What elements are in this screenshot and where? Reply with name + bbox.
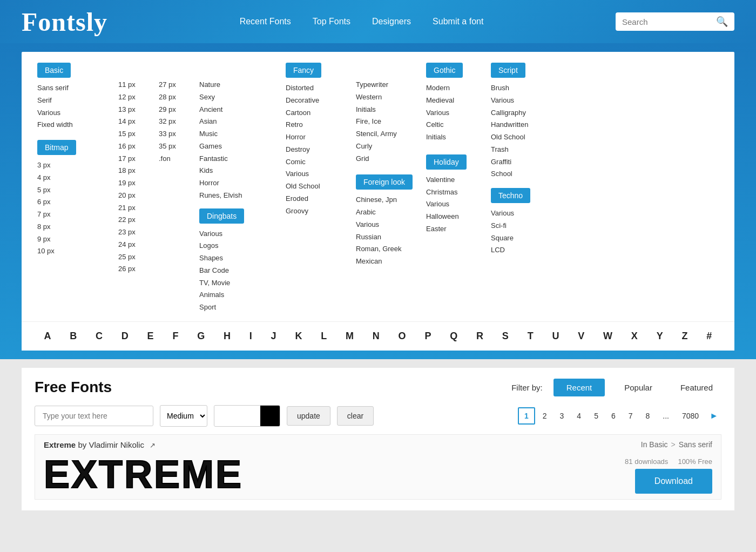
alpha-S[interactable]: S (500, 329, 511, 343)
dingbats-header[interactable]: Dingbats (199, 208, 244, 224)
category-label[interactable]: In Basic (641, 440, 668, 449)
menu-item[interactable]: Celtic (426, 119, 485, 131)
menu-item[interactable]: 11 px (118, 79, 153, 91)
menu-item[interactable]: 7 px (37, 208, 113, 221)
menu-item[interactable]: 3 px (37, 159, 113, 172)
menu-item[interactable]: Stencil, Army (356, 128, 421, 140)
alpha-O[interactable]: O (396, 329, 408, 343)
alpha-J[interactable]: J (269, 329, 279, 343)
menu-item[interactable]: Square (491, 232, 561, 245)
download-button[interactable]: Download (635, 469, 712, 494)
menu-item[interactable]: Eroded (286, 193, 350, 205)
alpha-Z[interactable]: Z (679, 329, 690, 343)
page-2[interactable]: 2 (537, 408, 552, 423)
menu-item[interactable]: 13 px (118, 104, 153, 116)
menu-item[interactable]: 35 px (159, 140, 194, 153)
foreign-header[interactable]: Foreign look (356, 174, 413, 190)
menu-item[interactable]: Brush (491, 82, 561, 95)
color-swatch[interactable] (260, 406, 280, 426)
menu-item[interactable]: Kids (199, 165, 280, 177)
menu-item[interactable]: 26 px (118, 263, 153, 275)
page-6[interactable]: 6 (606, 408, 621, 423)
menu-item[interactable]: Groovy (286, 205, 350, 218)
menu-item[interactable]: TV, Movie (199, 277, 280, 290)
menu-item[interactable]: Easter (426, 223, 485, 235)
search-input[interactable] (622, 17, 712, 26)
filter-popular[interactable]: Popular (616, 379, 661, 396)
menu-item[interactable]: 17 px (118, 153, 153, 165)
alpha-B[interactable]: B (68, 329, 79, 343)
preview-text-input[interactable] (35, 406, 153, 426)
menu-item[interactable]: Bar Code (199, 265, 280, 277)
alpha-hash[interactable]: # (704, 329, 714, 343)
menu-item[interactable]: Western (356, 91, 421, 104)
menu-item[interactable]: Various (491, 207, 561, 220)
color-hex-input[interactable]: #000000 (214, 406, 260, 426)
menu-item[interactable]: Sans serif (37, 82, 113, 95)
techno-header[interactable]: Techno (491, 188, 530, 203)
menu-item[interactable]: Initials (356, 104, 421, 116)
page-1[interactable]: 1 (518, 407, 535, 425)
update-button[interactable]: update (287, 406, 330, 426)
logo[interactable]: Fontsly (22, 7, 107, 37)
alpha-H[interactable]: H (221, 329, 233, 343)
menu-item[interactable]: Various (286, 168, 350, 180)
script-header[interactable]: Script (491, 63, 525, 78)
alpha-G[interactable]: G (195, 329, 207, 343)
menu-item[interactable]: Sci-fi (491, 220, 561, 232)
menu-item[interactable]: Various (426, 198, 485, 211)
alpha-C[interactable]: C (93, 329, 105, 343)
bitmap-header[interactable]: Bitmap (37, 140, 76, 155)
menu-item[interactable]: Fire, Ice (356, 116, 421, 128)
menu-item[interactable]: 24 px (118, 239, 153, 251)
menu-item[interactable]: Various (491, 95, 561, 107)
font-name[interactable]: Extreme (44, 440, 76, 449)
menu-item[interactable]: Trash (491, 144, 561, 156)
menu-item[interactable]: Christmas (426, 186, 485, 199)
alpha-X[interactable]: X (629, 329, 640, 343)
menu-item[interactable]: Comic (286, 156, 350, 169)
menu-item[interactable]: 8 px (37, 221, 113, 233)
menu-item[interactable]: Nature (199, 79, 280, 91)
page-7[interactable]: 7 (623, 408, 638, 423)
menu-item[interactable]: 32 px (159, 116, 194, 128)
basic-header[interactable]: Basic (37, 63, 71, 78)
filter-recent[interactable]: Recent (554, 379, 605, 396)
filter-featured[interactable]: Featured (672, 379, 721, 396)
menu-item[interactable]: Handwritten (491, 119, 561, 131)
menu-item[interactable]: Sexy (199, 91, 280, 104)
alpha-F[interactable]: F (170, 329, 180, 343)
font-author[interactable]: Vladimir Nikolic (89, 440, 144, 449)
menu-item[interactable]: Curly (356, 140, 421, 153)
menu-item[interactable]: 33 px (159, 128, 194, 140)
menu-item[interactable]: Initials (426, 131, 485, 144)
menu-item[interactable]: Cartoon (286, 107, 350, 119)
menu-item[interactable]: 4 px (37, 172, 113, 184)
menu-item[interactable]: 12 px (118, 91, 153, 104)
menu-item[interactable]: Horror (199, 177, 280, 190)
menu-item[interactable]: 22 px (118, 214, 153, 226)
menu-item[interactable]: 9 px (37, 233, 113, 246)
menu-item[interactable]: 29 px (159, 104, 194, 116)
fancy-header[interactable]: Fancy (286, 63, 321, 78)
menu-item[interactable]: Various (37, 107, 113, 119)
page-8[interactable]: 8 (640, 408, 656, 423)
search-icon[interactable]: 🔍 (716, 16, 728, 28)
menu-item[interactable]: Arabic (356, 206, 421, 219)
menu-item[interactable]: Serif (37, 95, 113, 107)
menu-item[interactable]: .fon (159, 153, 194, 165)
menu-item[interactable]: 21 px (118, 202, 153, 214)
page-last[interactable]: 7080 (677, 408, 704, 423)
menu-item[interactable]: Games (199, 140, 280, 153)
alpha-K[interactable]: K (293, 329, 304, 343)
page-4[interactable]: 4 (571, 408, 586, 423)
menu-item[interactable]: 27 px (159, 79, 194, 91)
menu-item[interactable]: 10 px (37, 245, 113, 258)
menu-item[interactable]: Roman, Greek (356, 243, 421, 255)
alpha-R[interactable]: R (474, 329, 485, 343)
menu-item[interactable]: Halloween (426, 211, 485, 223)
menu-item[interactable]: Various (426, 107, 485, 119)
alpha-U[interactable]: U (550, 329, 561, 343)
menu-item[interactable]: Destroy (286, 144, 350, 156)
menu-item[interactable]: Music (199, 128, 280, 140)
